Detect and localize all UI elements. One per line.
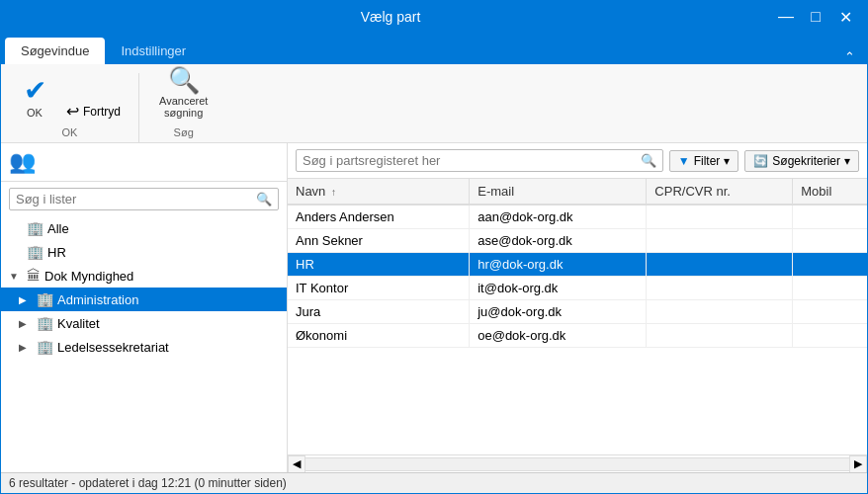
ok-icon: ✔ — [24, 77, 46, 105]
expand-arrow-hr — [9, 247, 23, 258]
right-panel: 🔍 ▼ Filter ▾ 🔄 Søgekriterier ▾ — [288, 143, 867, 472]
table-row[interactable]: Juraju@dok-org.dk — [288, 300, 867, 324]
org-icon-led: 🏢 — [37, 339, 53, 355]
org-icon-admin: 🏢 — [37, 291, 53, 307]
org-icon-kvalitet: 🏢 — [37, 315, 53, 331]
scroll-right-button[interactable]: ▶ — [849, 455, 867, 473]
table-row[interactable]: Ann Seknerase@dok-org.dk — [288, 229, 867, 253]
criteria-button[interactable]: 🔄 Søgekriterier ▾ — [744, 150, 859, 172]
cell-email-5: oe@dok-org.dk — [470, 324, 647, 348]
main-window: Vælg part — □ ✕ Søgevindue Indstillinger… — [0, 0, 868, 494]
cell-email-2: hr@dok-org.dk — [470, 253, 647, 277]
table-body: Anders Andersenaan@dok-org.dkAnn Seknera… — [288, 205, 867, 348]
cell-navn-1: Ann Sekner — [288, 229, 470, 253]
tab-chevron-icon[interactable]: ⌃ — [836, 49, 863, 64]
table-row[interactable]: IT Kontorit@dok-org.dk — [288, 277, 867, 300]
main-content: 👥 🔍 🏢 Alle 🏢 HR — [1, 143, 867, 472]
cell-navn-5: Økonomi — [288, 324, 470, 348]
right-search-icon: 🔍 — [641, 153, 656, 168]
cell-mobil-3 — [793, 277, 867, 300]
left-panel-header: 👥 — [1, 143, 287, 182]
cell-cpr-2 — [647, 253, 793, 277]
tree-item-label-led: Ledelsessekretariat — [57, 340, 169, 355]
left-search-box[interactable]: 🔍 — [9, 188, 279, 210]
expand-arrow-all — [9, 223, 23, 234]
results-table: Navn ↑ E-mail CPR/CVR nr. Mobil — [288, 179, 867, 348]
org-icon-all: 🏢 — [27, 220, 43, 236]
col-cpr[interactable]: CPR/CVR nr. — [647, 179, 793, 205]
col-email[interactable]: E-mail — [470, 179, 647, 205]
tab-bar: Søgevindue Indstillinger ⌃ — [1, 33, 867, 64]
cell-email-0: aan@dok-org.dk — [470, 205, 647, 229]
cell-navn-2: HR — [288, 253, 470, 277]
cell-navn-0: Anders Andersen — [288, 205, 470, 229]
scroll-track[interactable] — [305, 457, 849, 471]
tree-item-all[interactable]: 🏢 Alle — [1, 216, 287, 240]
filter-button[interactable]: ▼ Filter ▾ — [669, 150, 739, 172]
ok-group-label: OK — [62, 126, 78, 138]
undo-button[interactable]: ↩ Fortryd — [60, 100, 127, 123]
ribbon: ✔ OK ↩ Fortryd OK 🔍 Avanceretsøgning — [1, 64, 867, 143]
window-controls: — □ ✕ — [772, 3, 859, 31]
left-panel: 👥 🔍 🏢 Alle 🏢 HR — [1, 143, 288, 472]
filter-dropdown-icon: ▾ — [724, 154, 730, 168]
left-search-input[interactable] — [16, 192, 256, 206]
people-icon: 👥 — [9, 149, 36, 174]
cell-email-1: ase@dok-org.dk — [470, 229, 647, 253]
tree: 🏢 Alle 🏢 HR ▼ 🏛 Dok Myndighed ▶ — [1, 216, 287, 472]
status-text: 6 resultater - opdateret i dag 12:21 (0 … — [9, 476, 287, 490]
search-group-label: Søg — [174, 126, 194, 138]
tree-item-label-all: Alle — [47, 221, 69, 236]
title-bar: Vælg part — □ ✕ — [1, 1, 867, 33]
advanced-search-icon: 🔍 — [168, 67, 200, 93]
col-mobil[interactable]: Mobil — [793, 179, 867, 205]
org-icon-hr: 🏢 — [27, 244, 43, 260]
table-row[interactable]: HRhr@dok-org.dk — [288, 253, 867, 277]
cell-mobil-2 — [793, 253, 867, 277]
tab-search[interactable]: Søgevindue — [5, 38, 105, 64]
ribbon-search-buttons: 🔍 Avanceretsøgning — [151, 63, 216, 123]
ok-button[interactable]: ✔ OK — [13, 73, 56, 123]
tree-item-administration[interactable]: ▶ 🏢 Administration — [1, 288, 287, 311]
tree-item-label-hr: HR — [47, 245, 66, 260]
minimize-button[interactable]: — — [772, 3, 800, 31]
right-toolbar: 🔍 ▼ Filter ▾ 🔄 Søgekriterier ▾ — [288, 143, 867, 179]
table-container: Navn ↑ E-mail CPR/CVR nr. Mobil — [288, 179, 867, 454]
undo-label: Fortryd — [83, 105, 121, 119]
expand-arrow-kvalitet: ▶ — [19, 318, 33, 329]
right-search-box[interactable]: 🔍 — [296, 149, 663, 172]
right-search-input[interactable] — [303, 153, 641, 168]
table-header-row: Navn ↑ E-mail CPR/CVR nr. Mobil — [288, 179, 867, 205]
col-email-label: E-mail — [477, 184, 514, 199]
maximize-button[interactable]: □ — [802, 3, 829, 31]
cell-mobil-5 — [793, 324, 867, 348]
cell-mobil-0 — [793, 205, 867, 229]
cell-mobil-1 — [793, 229, 867, 253]
criteria-icon: 🔄 — [753, 154, 768, 168]
tree-item-dok[interactable]: ▼ 🏛 Dok Myndighed — [1, 264, 287, 288]
cell-cpr-5 — [647, 324, 793, 348]
advanced-search-label: Avanceretsøgning — [159, 95, 208, 119]
tab-settings[interactable]: Indstillinger — [105, 38, 202, 64]
cell-email-4: ju@dok-org.dk — [470, 300, 647, 324]
ribbon-group-search: 🔍 Avanceretsøgning Søg — [147, 63, 227, 142]
col-cpr-label: CPR/CVR nr. — [654, 184, 731, 199]
left-search-icon: 🔍 — [256, 192, 272, 206]
tree-item-label-kvalitet: Kvalitet — [57, 316, 100, 331]
table-row[interactable]: Anders Andersenaan@dok-org.dk — [288, 205, 867, 229]
cell-navn-3: IT Kontor — [288, 277, 470, 300]
scroll-left-button[interactable]: ◀ — [288, 455, 305, 473]
tree-item-kvalitet[interactable]: ▶ 🏢 Kvalitet — [1, 311, 287, 335]
ok-label: OK — [27, 107, 43, 119]
table-row[interactable]: Økonomioe@dok-org.dk — [288, 324, 867, 348]
undo-icon: ↩ — [66, 102, 79, 121]
cell-navn-4: Jura — [288, 300, 470, 324]
criteria-label: Søgekriterier — [772, 154, 840, 168]
tree-item-label-admin: Administration — [57, 292, 138, 307]
ribbon-ok-buttons: ✔ OK ↩ Fortryd — [13, 73, 127, 123]
tree-item-ledelsessekretariat[interactable]: ▶ 🏢 Ledelsessekretariat — [1, 335, 287, 359]
col-navn[interactable]: Navn ↑ — [288, 179, 470, 205]
tree-item-hr[interactable]: 🏢 HR — [1, 240, 287, 264]
advanced-search-button[interactable]: 🔍 Avanceretsøgning — [151, 63, 216, 123]
close-button[interactable]: ✕ — [831, 3, 859, 31]
